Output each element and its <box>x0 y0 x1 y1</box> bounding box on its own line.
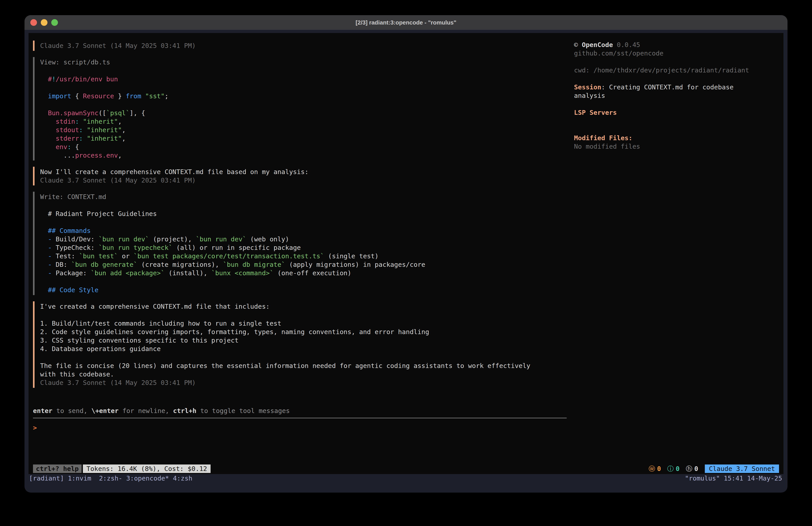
traffic-lights <box>30 15 58 30</box>
minimize-window-button[interactable] <box>41 19 47 26</box>
text-segment: Package: <box>56 269 91 277</box>
text-segment: Claude 3.7 Sonnet (14 May 2025 03:41 PM) <box>40 176 195 184</box>
text-segment: Claude 3.7 Sonnet (14 May 2025 03:41 PM) <box>40 42 195 49</box>
text-line <box>574 74 783 83</box>
text-segment: : <box>79 134 83 142</box>
text-segment: Bun.spawnSync <box>40 109 99 117</box>
tmux-host-clock: "romulus" 15:41 14-May-25 <box>685 474 782 483</box>
text-segment: TypeCheck: <box>56 244 99 252</box>
text-line <box>574 125 783 134</box>
text-segment: ], { <box>130 109 145 117</box>
text-segment: ctrl+h <box>173 407 197 415</box>
text-line <box>40 277 568 286</box>
text-segment: Session <box>574 83 601 91</box>
text-segment: , <box>118 118 122 125</box>
text-segment: OpenCode <box>582 41 613 48</box>
text-segment: "inherit" <box>83 118 118 125</box>
help-shortcut-chip[interactable]: ctrl+? help <box>33 465 82 473</box>
text-segment: - <box>40 236 56 243</box>
text-segment: # <box>40 75 52 83</box>
text-segment: } <box>114 92 126 100</box>
text-segment: stdin <box>40 118 75 125</box>
terminal-window: [2/3] radiant:3:opencode - "romulus" Cla… <box>25 15 787 493</box>
text-line <box>40 353 568 361</box>
message-block-assistant-text: Now I'll create a comprehensive CONTEXT.… <box>33 167 568 185</box>
text-line: Modified Files: <box>574 134 783 142</box>
text-segment: The file is concise (20 lines) and captu… <box>40 362 530 370</box>
text-segment <box>83 126 87 134</box>
text-segment: Write: CONTEXT.md <box>40 193 106 201</box>
text-segment: - <box>40 252 56 260</box>
close-window-button[interactable] <box>30 19 37 26</box>
text-segment: - <box>40 269 56 277</box>
message-block-tool-view: View: script/db.ts #!/usr/bin/env bun im… <box>33 57 568 160</box>
zoom-window-button[interactable] <box>51 19 58 26</box>
window-title: [2/3] radiant:3:opencode - "romulus" <box>25 19 787 26</box>
text-line: I've created a comprehensive CONTEXT.md … <box>40 302 568 311</box>
message-block-assistant-text: I've created a comprehensive CONTEXT.md … <box>33 301 568 388</box>
text-segment: (web only) <box>246 236 289 243</box>
text-line: LSP Servers <box>574 108 783 117</box>
text-segment: Resource <box>83 92 114 100</box>
text-segment: : Creating CONTEXT.md for codebase <box>601 83 734 91</box>
text-segment: stdout <box>40 126 79 134</box>
text-segment: 1. Build/lint/test commands including ho… <box>40 319 281 327</box>
text-line <box>40 201 568 210</box>
text-segment: { <box>71 92 83 100</box>
text-line: stdin: "inherit", <box>40 117 568 126</box>
text-line: - Test: `bun test` or `bun test packages… <box>40 252 568 260</box>
text-line <box>574 100 783 108</box>
text-line <box>40 100 568 109</box>
text-segment: , <box>122 126 126 134</box>
text-segment: (apply migrations) in packages/core <box>285 261 425 268</box>
text-line: Session: Creating CONTEXT.md for codebas… <box>574 83 783 91</box>
message-block-assistant-meta: Claude 3.7 Sonnet (14 May 2025 03:41 PM) <box>33 41 568 51</box>
text-segment: 4. Database operations guidance <box>40 345 161 353</box>
text-line: #!/usr/bin/env bun <box>40 75 568 83</box>
text-segment: or <box>118 252 133 260</box>
text-segment: `bun run dev` <box>195 236 246 243</box>
text-line: 3. CSS styling conventions specific to t… <box>40 336 568 344</box>
text-segment: stderr <box>40 134 79 142</box>
text-segment: Build/Dev: <box>56 236 99 243</box>
text-segment: LSP Servers <box>574 109 617 116</box>
text-segment: View: script/db.ts <box>40 58 110 66</box>
text-segment: Test: <box>56 252 79 260</box>
text-line: ## Code Style <box>40 286 568 294</box>
text-segment: `bun test` <box>79 252 118 260</box>
text-segment: `bun test packages/core/test/transaction… <box>133 252 324 260</box>
text-segment: ... <box>40 152 75 159</box>
text-segment <box>83 134 87 142</box>
text-segment: (one-off execution) <box>274 269 351 277</box>
text-line: - TypeCheck: `bun run typecheck` (all) o… <box>40 243 568 252</box>
text-segment: - <box>40 244 56 252</box>
text-segment: 2. Code style guidelines covering import… <box>40 328 429 336</box>
prompt-input[interactable]: > <box>33 424 567 432</box>
text-line <box>574 57 783 66</box>
text-line: 1. Build/lint/test commands including ho… <box>40 319 568 328</box>
text-segment: `psql` <box>106 109 130 117</box>
desktop-background: [2/3] radiant:3:opencode - "romulus" Cla… <box>0 0 812 526</box>
tokens-cost-chip: Tokens: 16.4K (8%), Cost: $0.12 <box>83 465 211 473</box>
text-line: 2. Code style guidelines covering import… <box>40 328 568 336</box>
text-segment: `bunx <command>` <box>211 269 273 277</box>
text-line: - DB: `bun db generate` (create migratio… <box>40 260 568 269</box>
text-line: Claude 3.7 Sonnet (14 May 2025 03:41 PM) <box>40 379 568 387</box>
tmux-session-windows[interactable]: [radiant] 1:nvim 2:zsh- 3:opencode* 4:zs… <box>29 474 192 483</box>
message-block-tool-write: Write: CONTEXT.md # Radiant Project Guid… <box>33 192 568 295</box>
text-segment: enter <box>33 407 52 415</box>
text-segment: analysis <box>574 92 605 99</box>
text-line: - Package: `bun add <package>` (install)… <box>40 269 568 277</box>
model-chip[interactable]: Claude 3.7 Sonnet <box>705 465 779 473</box>
text-segment: `bun add <package>` <box>91 269 165 277</box>
text-segment: ## Code Style <box>40 286 99 294</box>
text-segment: ## Commands <box>40 227 91 234</box>
text-line: 4. Database operations guidance <box>40 344 568 353</box>
text-segment: /usr/bin/env bun <box>56 75 118 83</box>
text-line: © OpenCode 0.0.45 <box>574 41 783 49</box>
text-line: with this codebase. <box>40 370 568 379</box>
status-bar: ctrl+? help Tokens: 16.4K (8%), Cost: $0… <box>33 465 779 473</box>
text-line: The file is concise (20 lines) and captu… <box>40 361 568 370</box>
diagnostic-hints-count: ⓗ0 <box>686 465 698 473</box>
text-line: Write: CONTEXT.md <box>40 193 568 201</box>
